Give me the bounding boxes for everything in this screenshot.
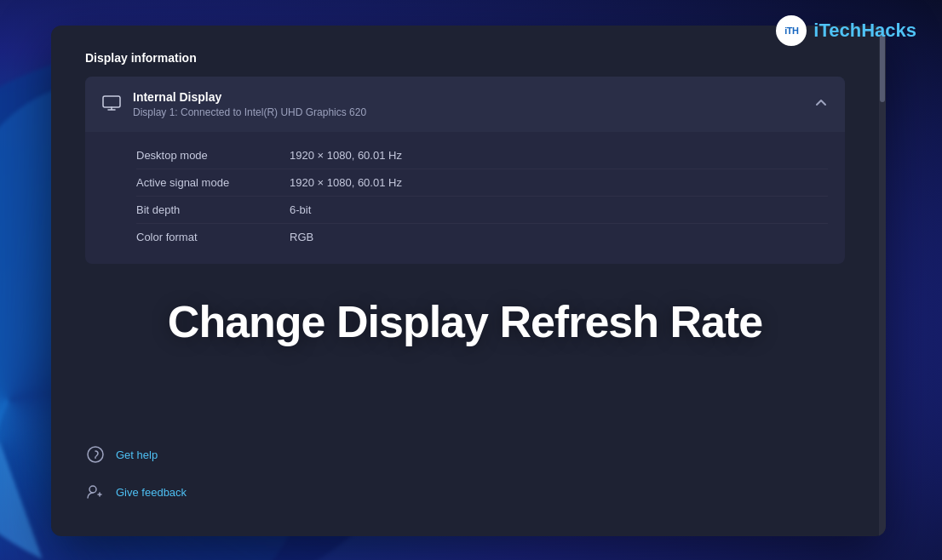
svg-point-1 xyxy=(88,447,103,462)
monitor-icon xyxy=(102,95,121,113)
logo-badge: iTH xyxy=(776,15,807,46)
get-help-label: Get help xyxy=(116,449,158,461)
big-heading-text: Change Display Refresh Rate xyxy=(85,298,845,346)
info-value-active-signal: 1920 × 1080, 60.01 Hz xyxy=(290,176,402,189)
display-card-header-left: Internal Display Display 1: Connected to… xyxy=(102,90,366,118)
info-label-active-signal: Active signal mode xyxy=(136,176,290,189)
display-card: Internal Display Display 1: Connected to… xyxy=(85,77,845,264)
svg-rect-0 xyxy=(103,96,120,107)
panel-inner: Display information Inter xyxy=(85,51,852,511)
svg-point-3 xyxy=(89,486,96,493)
get-help-icon xyxy=(85,444,106,465)
info-value-bit-depth: 6-bit xyxy=(290,203,311,216)
panel-content: Display information Inter xyxy=(51,26,886,536)
get-help-link[interactable]: Get help xyxy=(85,436,845,473)
info-value-color-format: RGB xyxy=(290,231,313,243)
settings-panel: Display information Inter xyxy=(51,26,886,536)
display-sub: Display 1: Connected to Intel(R) UHD Gra… xyxy=(133,106,366,118)
scrollbar[interactable] xyxy=(879,26,886,536)
info-value-desktop-mode: 1920 × 1080, 60.01 Hz xyxy=(290,149,402,162)
info-label-bit-depth: Bit depth xyxy=(136,203,290,216)
logo-text: iTechHacks xyxy=(813,20,916,42)
logo-container: iTH iTechHacks xyxy=(776,15,916,46)
section-title: Display information xyxy=(85,51,845,65)
give-feedback-label: Give feedback xyxy=(116,486,187,499)
info-label-desktop-mode: Desktop mode xyxy=(136,149,290,162)
logo-badge-text: iTH xyxy=(784,26,798,36)
give-feedback-link[interactable]: Give feedback xyxy=(85,473,845,511)
chevron-up-icon[interactable] xyxy=(814,96,828,113)
table-row: Desktop mode 1920 × 1080, 60.01 Hz xyxy=(136,142,828,169)
big-heading-container: Change Display Refresh Rate xyxy=(85,298,845,346)
feedback-icon xyxy=(85,482,106,502)
display-info-table: Desktop mode 1920 × 1080, 60.01 Hz Activ… xyxy=(85,132,845,264)
bottom-links: Get help Give feedback xyxy=(85,419,845,511)
svg-point-2 xyxy=(95,458,96,459)
table-row: Active signal mode 1920 × 1080, 60.01 Hz xyxy=(136,169,828,197)
info-label-color-format: Color format xyxy=(136,231,290,243)
display-card-info: Internal Display Display 1: Connected to… xyxy=(133,90,366,118)
logo-text-part1: iTech xyxy=(813,20,861,41)
display-card-header[interactable]: Internal Display Display 1: Connected to… xyxy=(85,77,845,132)
table-row: Color format RGB xyxy=(136,224,828,250)
table-row: Bit depth 6-bit xyxy=(136,197,828,224)
logo-text-part2: Hacks xyxy=(861,20,916,41)
display-name: Internal Display xyxy=(133,90,366,104)
spacer xyxy=(85,380,845,419)
